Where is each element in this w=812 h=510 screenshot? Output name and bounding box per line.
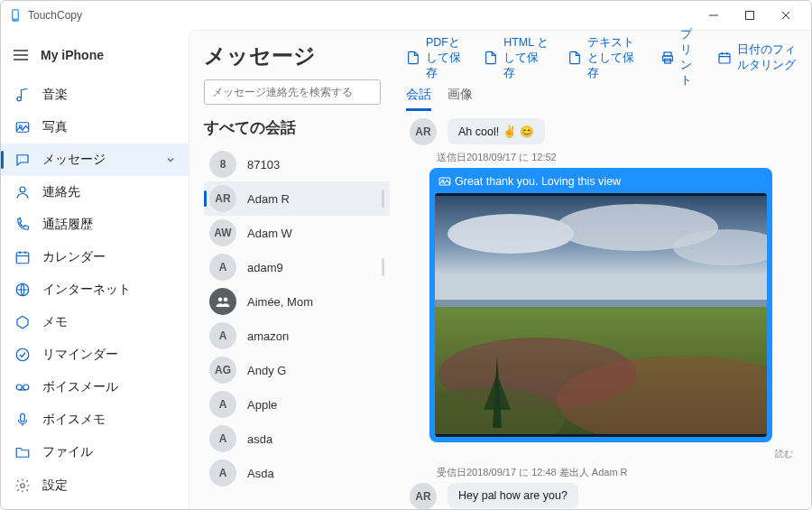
sidebar-item-music[interactable]: 音楽 <box>1 79 189 111</box>
svg-point-19 <box>16 385 22 390</box>
attached-image <box>435 193 767 437</box>
date-filter-button[interactable]: 日付のフィルタリング <box>717 42 798 73</box>
avatar: A <box>209 425 236 452</box>
toolbar: PDFとして保存 HTML として保存 テキストとして保存 プリント 日付のフィ… <box>402 42 798 74</box>
sidebar: My iPhone 音楽写真メッセージ連絡先通話履歴カレンダーインターネットメモ… <box>1 30 189 510</box>
conversation-item[interactable]: AApple <box>204 387 390 422</box>
sidebar-item-label: ファイル <box>42 444 93 460</box>
group-avatar <box>209 288 236 315</box>
section-header: すべての会話 <box>204 117 390 138</box>
svg-point-12 <box>20 187 25 192</box>
conversation-name: Andy G <box>247 364 286 377</box>
tab-conversation[interactable]: 会話 <box>406 87 431 111</box>
sidebar-item-files[interactable]: ファイル <box>1 436 189 468</box>
svg-point-20 <box>23 385 29 390</box>
sidebar-item-label: リマインダー <box>42 347 118 363</box>
svg-rect-22 <box>21 413 25 422</box>
sidebar-item-photos[interactable]: 写真 <box>1 111 189 144</box>
maximize-button[interactable] <box>732 3 768 28</box>
conversation-name: Asda <box>247 467 274 480</box>
print-button[interactable]: プリント <box>660 27 700 88</box>
save-text-button[interactable]: テキストとして保存 <box>567 35 641 81</box>
conversation-name: Adam W <box>247 227 292 240</box>
sidebar-item-label: ボイスメモ <box>42 412 106 428</box>
hamburger-menu[interactable] <box>14 50 28 60</box>
save-pdf-button[interactable]: PDFとして保存 <box>406 35 466 81</box>
music-icon <box>14 86 32 104</box>
conversation-item[interactable]: Aimée, Mom <box>204 284 390 319</box>
conversation-item[interactable]: Aadam9 <box>204 250 390 284</box>
avatar: AR <box>410 118 437 145</box>
sidebar-item-voicememo[interactable]: ボイスメモ <box>1 403 189 436</box>
close-button[interactable] <box>768 3 804 28</box>
conversation-name: amazon <box>247 329 289 343</box>
conversation-name: adam9 <box>247 261 283 274</box>
message-meta: 送信日2018/09/17 に 12:52 <box>437 151 797 164</box>
message-bubble: Hey pal how are you? <box>448 483 578 508</box>
pdf-icon <box>406 51 420 65</box>
sidebar-item-notes[interactable]: メモ <box>1 306 189 338</box>
conversation-item[interactable]: AGAndy G <box>204 353 390 387</box>
sidebar-item-label: 音楽 <box>42 87 68 103</box>
svg-rect-13 <box>16 253 29 264</box>
reminders-icon <box>14 346 32 364</box>
conversation-name: Apple <box>247 398 277 412</box>
internet-icon <box>14 281 32 299</box>
app-icon <box>8 8 23 23</box>
message-bubble: Ah cool! ✌️ 😊 <box>448 118 545 144</box>
save-html-button[interactable]: HTML として保存 <box>484 35 549 81</box>
sidebar-item-reminders[interactable]: リマインダー <box>1 338 189 371</box>
sidebar-item-calendar[interactable]: カレンダー <box>1 241 189 274</box>
sidebar-item-messages[interactable]: メッセージ <box>1 144 189 176</box>
gear-icon <box>14 477 32 495</box>
svg-point-24 <box>218 298 223 302</box>
conversation-item[interactable]: Aasda <box>204 422 390 456</box>
conversation-item[interactable]: AAsda <box>204 456 390 490</box>
sidebar-item-label: 設定 <box>42 478 68 494</box>
svg-point-23 <box>21 484 25 488</box>
avatar: 8 <box>209 151 236 178</box>
svg-rect-3 <box>746 12 754 20</box>
avatar: A <box>209 459 236 487</box>
avatar: A <box>209 322 236 349</box>
svg-rect-1 <box>14 11 18 19</box>
sidebar-item-settings[interactable]: 設定 <box>1 469 189 502</box>
message-thread: AR Ah cool! ✌️ 😊 送信日2018/09/17 に 12:52 G… <box>402 115 798 510</box>
messages-icon <box>14 151 32 169</box>
tabs: 会話 画像 <box>406 87 798 111</box>
message-row: AR Hey pal how are you? <box>404 483 797 510</box>
sidebar-item-label: メッセージ <box>42 152 106 168</box>
conversation-item[interactable]: AWAdam W <box>204 216 390 250</box>
svg-point-18 <box>16 348 29 361</box>
sidebar-item-label: 連絡先 <box>42 184 80 200</box>
files-icon <box>14 443 32 461</box>
tab-images[interactable]: 画像 <box>448 87 473 111</box>
search-input[interactable] <box>204 79 381 105</box>
avatar: A <box>209 254 236 281</box>
conversation-item[interactable]: Aamazon <box>204 319 390 353</box>
conversation-name: asda <box>247 432 272 446</box>
minimize-button[interactable] <box>696 3 732 28</box>
svg-rect-29 <box>719 53 730 63</box>
conversation-item[interactable]: ARAdam R <box>204 181 390 216</box>
avatar: AR <box>410 483 437 510</box>
sidebar-item-contacts[interactable]: 連絡先 <box>1 176 189 209</box>
calendar-icon <box>717 51 732 65</box>
calendar-icon <box>14 248 32 266</box>
sidebar-item-label: カレンダー <box>42 249 106 265</box>
conversation-item[interactable]: 887103 <box>204 147 390 181</box>
sidebar-item-internet[interactable]: インターネット <box>1 274 189 306</box>
device-name: My iPhone <box>41 48 104 62</box>
chevron-down-icon <box>165 154 176 165</box>
conversation-name: Aimée, Mom <box>247 295 313 309</box>
titlebar: TouchCopy <box>1 1 811 30</box>
sent-message: Great thank you. Loving this view <box>429 168 772 442</box>
sidebar-item-voicemail[interactable]: ボイスメール <box>1 371 189 403</box>
page-title: メッセージ <box>204 42 390 70</box>
message-meta: 受信日2018/09/17 に 12:48 差出人 Adam R <box>437 466 797 479</box>
sidebar-item-callhistory[interactable]: 通話履歴 <box>1 209 189 241</box>
conversation-list: 887103ARAdam RAWAdam WAadam9Aimée, MomAa… <box>204 147 390 510</box>
sidebar-item-label: メモ <box>42 314 68 330</box>
text-icon <box>567 51 582 65</box>
svg-point-9 <box>17 97 22 101</box>
